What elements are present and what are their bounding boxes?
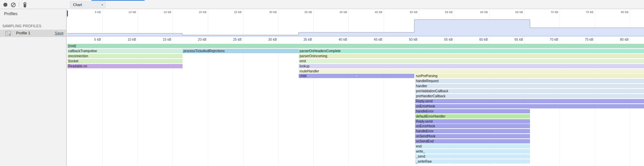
toolbar: Chart ▾ [0, 0, 644, 9]
profiles-sidebar: Profiles SAMPLING PROFILES % Profile 1 S… [0, 9, 67, 166]
flame-frame[interactable]: lookup [299, 64, 644, 68]
view-mode-value: Chart [73, 3, 82, 7]
toolbar-separator [19, 2, 19, 7]
flame-frame[interactable]: runPreParsing [415, 74, 644, 78]
flame-frame[interactable]: Reply.send [415, 99, 644, 103]
flame-frame[interactable]: preHandlerCallback [415, 94, 644, 98]
flame-frame[interactable]: onErrorHook [415, 104, 644, 108]
block-icon [11, 2, 16, 7]
flame-frame[interactable]: Socket [67, 59, 183, 63]
chevron-down-icon: ▾ [102, 2, 103, 8]
flame-frame[interactable]: processTicksAndRejections [183, 49, 299, 53]
flame-frame[interactable]: onconnection [67, 54, 183, 58]
svg-text:%: % [8, 33, 10, 36]
flame-frame[interactable]: _send [415, 154, 530, 159]
sampling-profiles-header: SAMPLING PROFILES [2, 24, 41, 28]
flame-frame[interactable]: Reply.send [415, 119, 530, 124]
flame-frame[interactable]: handleRequest [415, 79, 644, 83]
profile-name: Profile 1 [16, 31, 30, 35]
memory-flame-chart-pane: 5 kB10 kB15 kB20 kB25 kB30 kB35 kB40 kB4… [67, 9, 644, 166]
sidebar-item-profile-1[interactable]: % Profile 1 Save [0, 30, 66, 37]
flame-frame[interactable]: onSendEnd [415, 139, 530, 143]
flame-frame[interactable]: handleError [415, 129, 530, 133]
flame-frame[interactable]: callbackTrampoline [67, 49, 183, 53]
delete-profile-button[interactable] [22, 2, 28, 8]
flame-frame[interactable]: preValidationCallback [415, 89, 644, 93]
flame-frame[interactable]: write_ [415, 149, 530, 154]
selected-tab-indicator [91, 0, 145, 1]
record-icon [3, 2, 8, 7]
flame-frame[interactable]: handleError [415, 109, 530, 113]
flame-frame[interactable]: child [299, 74, 414, 78]
save-profile-link[interactable]: Save [55, 31, 64, 35]
flame-frame[interactable]: defaultErrorHandler [415, 114, 530, 119]
heap-profile-icon: % [5, 31, 11, 36]
flame-frame[interactable]: handler [415, 84, 644, 88]
flame-frame[interactable]: onErrorHook [415, 124, 530, 128]
flame-frame[interactable]: Readable.on [67, 64, 183, 68]
flame-frame[interactable]: parserOnHeadersComplete [299, 49, 644, 53]
flame-frame[interactable]: end [415, 144, 530, 148]
view-mode-select[interactable]: Chart ▾ [70, 1, 106, 8]
flame-frame[interactable]: onSendHook [415, 134, 530, 138]
flame-frame[interactable]: _writeRaw [415, 159, 530, 164]
flame-frame[interactable]: emit [299, 59, 644, 63]
sidebar-title: Profiles [4, 11, 17, 16]
trash-icon [23, 2, 27, 7]
flame-chart: (root)callbackTrampolineprocessTicksAndR… [67, 9, 644, 166]
flame-frame[interactable]: parserOnIncoming [299, 54, 644, 58]
record-button[interactable] [3, 2, 8, 8]
flame-frame[interactable]: routeHandler [299, 69, 644, 73]
flame-frame[interactable]: (root) [67, 44, 644, 48]
clear-button[interactable] [10, 2, 16, 8]
